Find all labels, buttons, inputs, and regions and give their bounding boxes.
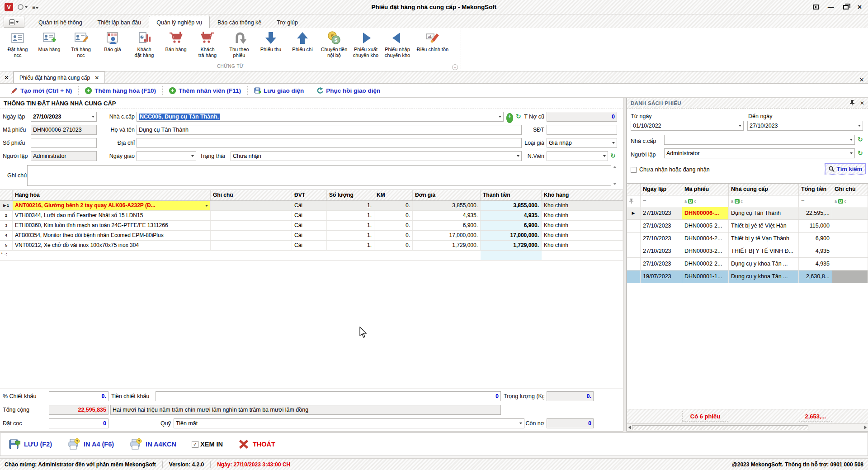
cell-ghi-chu[interactable] — [211, 211, 292, 220]
status-filter-checkbox[interactable]: Chưa nhận hoặc đang nhận — [631, 165, 710, 175]
scrollbar-thumb[interactable] — [632, 425, 808, 430]
grid-new-row[interactable]: * -: — [0, 251, 623, 261]
cell-dvt[interactable]: Cái — [292, 221, 327, 230]
textarea-scrollbar[interactable] — [612, 166, 618, 185]
nha-ccap-combo[interactable]: NCC005, Dụng cụ Tân Thành, — [137, 112, 504, 122]
dropdown-arrow-icon[interactable] — [603, 155, 606, 157]
tab-tro-giup[interactable]: Trợ giúp — [269, 16, 306, 28]
ribbon-phieu-chi[interactable]: Phiếu chi — [287, 30, 318, 53]
scroll-down-icon[interactable] — [613, 183, 617, 185]
cell-ma-phieu[interactable]: DHN00005-2... — [682, 220, 729, 232]
minimize-icon[interactable]: — — [828, 4, 834, 10]
trang-thai-combo[interactable]: Chưa nhận — [231, 151, 522, 161]
cell-tong-tien[interactable]: 115,000 — [799, 220, 832, 232]
add-item-button[interactable]: + Thêm hàng hóa (F10) — [79, 84, 162, 97]
cell-ghi-chu[interactable] — [832, 220, 868, 232]
save-layout-button[interactable]: Lưu giao diện — [248, 84, 310, 97]
table-row[interactable]: ▶ 27/10/2023 DHN00004-2... Thiết bị y tế… — [627, 233, 868, 245]
filter-cell-abc[interactable]: aBc — [832, 195, 868, 207]
col-ghi-chu[interactable]: Ghi chú — [832, 184, 868, 195]
cell-tong-tien[interactable]: 22,595,... — [799, 207, 832, 219]
cell-km[interactable]: 0. — [374, 241, 413, 250]
cell-nha-cung-cap[interactable]: Thiết bị yê tế Việt Hàn — [729, 220, 799, 232]
cell-dvt[interactable]: Cái — [292, 201, 327, 210]
den-ngay-combo[interactable]: 27/10/2023 — [747, 121, 863, 131]
cell-km[interactable]: 0. — [374, 221, 413, 230]
fullscreen-icon[interactable] — [813, 5, 819, 9]
col-ngay-lap[interactable]: Ngày lập — [641, 184, 682, 195]
col-ma-phieu[interactable]: Mã phiếu — [682, 184, 729, 195]
cell-so-luong[interactable]: 1. — [327, 231, 374, 240]
cell-so-luong[interactable]: 1. — [327, 241, 374, 250]
ghi-chu-textarea[interactable] — [27, 165, 611, 186]
refresh-icon[interactable]: ↻ — [858, 136, 863, 146]
col-thanh-tien[interactable]: Thành tiền — [481, 190, 542, 200]
cell-kho-hang[interactable]: Kho chính — [542, 221, 623, 230]
tab-quan-tri-he-thong[interactable]: Quản trị hệ thống — [31, 16, 90, 28]
add-employee-button[interactable]: + Thêm nhân viên (F11) — [163, 84, 247, 97]
tab-bao-cao-thong-ke[interactable]: Báo cáo thống kê — [210, 16, 269, 28]
n-vien-combo[interactable] — [547, 151, 608, 161]
ribbon-dat-hang-ncc[interactable]: Đặt hàng ncc — [2, 30, 33, 59]
pin-icon[interactable] — [850, 100, 854, 106]
table-row[interactable]: ▶ 19/07/2023 DHN00001-1... Dụng cụ y kho… — [627, 271, 868, 283]
cell-ngay-lap[interactable]: 27/10/2023 — [641, 245, 682, 257]
scroll-right-icon[interactable] — [864, 426, 867, 429]
cell-tong-tien[interactable]: 6,900 — [799, 233, 832, 245]
dropdown-arrow-icon[interactable] — [191, 155, 194, 157]
cell-ghi-chu[interactable] — [211, 221, 292, 230]
app-logo-icon[interactable]: V — [5, 3, 13, 11]
filter-cell[interactable] — [627, 195, 641, 207]
ribbon-group-options-icon[interactable]: ⌄ — [452, 64, 458, 70]
cell-nha-cung-cap[interactable]: Dụng cụ Tân Thành — [729, 207, 799, 219]
dropdown-arrow-icon[interactable] — [739, 125, 741, 127]
vertical-splitter[interactable] — [623, 98, 627, 432]
close-all-tabs-icon[interactable]: ✕ — [0, 71, 14, 83]
col-kho-hang[interactable]: Kho hàng — [542, 190, 623, 200]
cell-don-gia[interactable]: 4,935. — [413, 211, 481, 220]
ribbon-bao-gia[interactable]: Báo giá — [97, 30, 128, 53]
dropdown-arrow-icon[interactable] — [850, 152, 853, 154]
tab-thiet-lap-ban-dau[interactable]: Thiết lập ban đầu — [90, 16, 149, 28]
ribbon-dieu-chinh-ton[interactable]: ab Điều chỉnh tồn — [413, 30, 452, 53]
grid-empty-area[interactable] — [0, 261, 623, 389]
table-row[interactable]: ▶ 27/10/2023 DHN00006-... Dụng cụ Tân Th… — [627, 207, 868, 220]
table-row[interactable]: ▶ 27/10/2023 DHN00005-2... Thiết bị yê t… — [627, 220, 868, 233]
cell-so-luong[interactable]: 1. — [327, 221, 374, 230]
filter-cell-abc[interactable]: aBc — [729, 195, 799, 207]
document-tab[interactable]: Phiếu đặt hàng nhà cung cấp ✕ — [14, 71, 105, 83]
col-tong-tien[interactable]: Tổng tiền — [799, 184, 832, 195]
qat-dropdown-button[interactable] — [18, 4, 28, 10]
ngay-lap-combo[interactable]: 27/10/2023 — [31, 112, 97, 122]
ribbon-mua-hang[interactable]: Mua hàng — [33, 30, 65, 53]
cell-ghi-chu[interactable] — [832, 271, 868, 283]
tu-ngay-combo[interactable]: 01/10/2022 — [631, 121, 744, 131]
close-document-icon[interactable]: ✕ — [855, 76, 868, 83]
col-dvt[interactable]: ĐVT — [292, 190, 327, 200]
cell-kho-hang[interactable]: Kho chính — [542, 241, 623, 250]
exit-button[interactable]: THOÁT — [238, 439, 275, 450]
preview-checkbox[interactable]: ✓ XEM IN — [192, 441, 223, 448]
col-hang-hoa[interactable]: Hàng hóa — [13, 190, 211, 200]
cell-tong-tien[interactable]: 2,630,8... — [799, 271, 832, 283]
horizontal-scrollbar[interactable] — [627, 423, 868, 431]
filter-cell-equals[interactable]: = — [799, 195, 832, 207]
ribbon-thu-theo-phieu[interactable]: Thu theo phiếu — [223, 30, 255, 59]
cell-hang-hoa[interactable]: ANT00216, Giường bệnh 2 tay quay ALK06-A… — [13, 201, 211, 210]
table-row[interactable]: ▶ 27/10/2023 DHN00003-2... THIẾT BỊ Y TẾ… — [627, 245, 868, 258]
cell-hang-hoa[interactable]: ATB00354, Monitor theo dõi bệnh nhân Eco… — [13, 231, 211, 240]
cell-thanh-tien[interactable]: 4,935. — [481, 211, 542, 220]
cell-ghi-chu[interactable] — [211, 231, 292, 240]
ho-va-ten-field[interactable]: Dụng cụ Tân Thành — [137, 125, 522, 135]
ribbon-tra-hang-ncc[interactable]: Trả hàng ncc — [65, 30, 97, 59]
dropdown-arrow-icon[interactable] — [850, 139, 853, 141]
cell-kho-hang[interactable]: Kho chính — [542, 201, 623, 210]
cell-ghi-chu[interactable] — [832, 245, 868, 257]
dropdown-arrow-icon[interactable] — [612, 142, 615, 144]
cell-nha-cung-cap[interactable]: Dụng cụ y khoa Tân ... — [729, 271, 799, 283]
filter-cell-equals[interactable]: = — [641, 195, 682, 207]
qat-customize-button[interactable]: ≡ — [32, 4, 38, 10]
ribbon-ban-hang[interactable]: Bán hàng — [160, 30, 192, 53]
cell-thanh-tien[interactable]: 17,000,000. — [481, 231, 542, 240]
ribbon-chuyen-tien-noi-bo[interactable]: €$ Chuyển tiền nội bộ — [318, 30, 350, 59]
